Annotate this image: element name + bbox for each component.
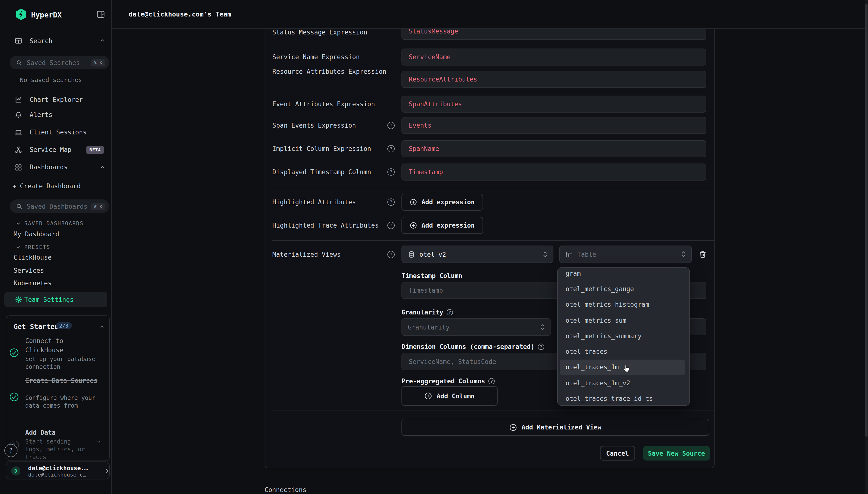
plus-icon: + [13,183,17,190]
section-presets[interactable]: PRESETS [16,243,50,251]
event-attributes-expression-input[interactable] [401,96,706,113]
sub-field-label: Pre-aggregated Columns ? [401,378,495,385]
page-header: dale@clickhouse.com's Team [112,0,868,28]
dropdown-option[interactable]: otel_metrics_summary [558,328,690,344]
sidebar-item-clickhouse[interactable]: ClickHouse [14,254,52,262]
displayed-timestamp-column-input[interactable] [401,164,706,180]
field-label: Service Name Expression [272,52,388,62]
select-chevrons-icon [681,250,686,258]
chevron-up-icon[interactable] [99,324,105,329]
service-name-expression-input[interactable] [401,49,706,65]
sidebar-item-chart-explorer[interactable]: Chart Explorer [0,94,112,105]
plus-circle-icon [509,423,517,431]
saved-searches-input[interactable]: Saved Searches ⌘ K [10,56,109,70]
table-select[interactable]: Table [559,246,692,263]
help-icon[interactable]: ? [388,198,395,206]
save-new-source-button[interactable]: Save New Source [643,446,710,460]
shortcut-badge: ⌘ K [91,59,105,66]
info-icon[interactable]: ? [447,309,453,316]
dropdown-option[interactable]: otel_traces_trace_id_ts [558,391,690,406]
sidebar-item-client-sessions[interactable]: Client Sessions [0,127,112,138]
granularity-select[interactable]: Granularity [401,318,551,336]
cancel-button[interactable]: Cancel [600,446,635,460]
resource-attributes-expression-input[interactable] [401,71,706,88]
implicit-column-expression-input[interactable] [401,140,706,157]
app-title: HyperDX [31,11,62,19]
dropdown-option[interactable]: otel_metrics_sum [558,312,690,328]
help-icon[interactable]: ? [388,251,395,258]
check-circle-icon [9,392,19,402]
saved-dashboards-input[interactable]: Saved Dashboards ⌘ K [10,200,109,213]
add-expression-button[interactable]: Add expression [401,217,483,234]
dropdown-option[interactable]: otel_metrics_gauge [558,281,690,297]
sidebar-item-kubernetes[interactable]: Kubernetes [14,280,52,287]
info-icon[interactable]: ? [538,344,544,350]
chevron-down-icon [16,221,21,226]
sidebar-item-search[interactable]: Search [0,35,112,46]
sidebar-item-create-dashboard[interactable]: + Create Dashboard [0,180,112,192]
field-label: Highlighted Trace Attributes [272,221,388,230]
sub-field-label: Dimension Columns (comma-separated) ? [401,343,544,350]
divider [272,411,714,411]
field-label: Status Message Expression [272,28,388,37]
no-saved-searches-text: No saved searches [20,76,82,83]
chevron-up-icon[interactable] [99,38,105,44]
sidebar-item-dashboards[interactable]: Dashboards [0,162,112,173]
add-materialized-view-button[interactable]: Add Materialized View [401,419,709,436]
saved-searches-placeholder: Saved Searches [27,59,91,66]
get-started-step-title[interactable]: Connect to ClickHouse [25,336,99,355]
field-label: Event Attributes Expression [272,99,388,109]
chart-explorer-icon [15,96,22,103]
field-label: Materialized Views [272,250,388,259]
progress-badge: 2/3 [56,322,72,329]
span-events-expression-input[interactable] [401,117,706,134]
sub-field-label: Timestamp Column [401,272,462,280]
mouse-cursor-icon [621,362,632,373]
get-started-step-title[interactable]: Add Data [25,429,99,436]
table-select-dropdown: gram otel_metrics_gauge otel_metrics_his… [557,267,690,406]
dropdown-option[interactable]: otel_traces_1m_v2 [558,375,690,391]
plus-circle-icon [410,222,417,229]
field-label: Span Events Expression [272,121,388,130]
search-icon [16,59,22,66]
chevron-up-icon[interactable] [99,164,105,170]
scrollbar-thumb[interactable] [865,4,868,437]
get-started-step-desc: Set up your database connection [25,355,99,371]
laptop-icon [15,128,22,136]
help-icon[interactable]: ? [388,168,395,176]
plus-circle-icon [410,198,417,206]
add-column-button[interactable]: Add Column [401,386,497,406]
sidebar-item-team-settings[interactable]: Team Settings [4,292,107,307]
arrow-right-icon[interactable]: → [96,438,100,445]
help-icon[interactable]: ? [388,145,395,152]
field-label: Resource Attributes Expression [272,67,388,76]
get-started-title: Get Started [14,323,58,330]
info-icon[interactable]: ? [488,378,495,384]
materialized-view-select[interactable]: otel_v2 [401,246,553,263]
help-icon[interactable]: ? [388,122,395,129]
user-email: dale@clickhouse.c… [28,472,86,478]
sub-field-label: Granularity ? [401,309,453,316]
dropdown-option[interactable]: otel_metrics_histogram [558,297,690,312]
sidebar-item-alerts[interactable]: Alerts [0,109,112,120]
plus-circle-icon [424,392,432,400]
connections-heading: Connections [265,486,306,494]
user-menu[interactable]: D dale@clickhouse.… dale@clickhouse.c… [6,461,110,479]
dashboards-grid-icon [15,163,22,171]
add-expression-button[interactable]: Add expression [401,194,483,211]
dropdown-option[interactable]: gram [558,267,690,281]
dropdown-option[interactable]: otel_traces [558,344,690,360]
collapse-sidebar-icon[interactable] [97,10,105,18]
help-icon[interactable]: ? [388,222,395,229]
sidebar-item-my-dashboard[interactable]: My Dashboard [14,230,59,238]
get-started-step-title[interactable]: Create Data Sources [25,376,99,385]
help-button[interactable]: ? [4,444,18,457]
delete-view-trash-icon[interactable] [699,250,707,259]
search-icon [16,203,22,209]
sidebar-item-services[interactable]: Services [14,267,44,275]
section-saved-dashboards[interactable]: SAVED DASHBOARDS [16,219,83,227]
gear-icon [15,296,22,303]
scrollbar-track[interactable] [865,0,868,494]
sidebar-item-service-map[interactable]: Service Map BETA [0,144,112,155]
service-map-icon [15,146,22,154]
